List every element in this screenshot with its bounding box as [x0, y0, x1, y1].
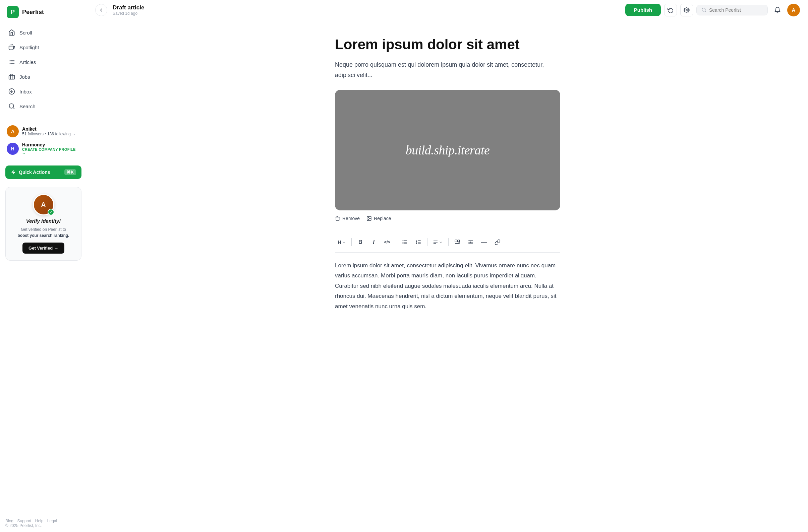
link-icon — [495, 239, 500, 245]
replace-icon — [366, 216, 372, 221]
code-button[interactable]: </> — [381, 236, 393, 248]
footer-support-link[interactable]: Support — [17, 519, 31, 523]
header: Draft article Saved 1d ago Publish A — [87, 0, 808, 20]
company-name: Harmoney — [22, 142, 80, 147]
quick-actions-button[interactable]: Quick Actions ⌘K — [5, 166, 81, 179]
verify-desc: Get verified on Peerlist to boost your s… — [17, 226, 69, 239]
footer-help-link[interactable]: Help — [35, 519, 43, 523]
search-icon — [701, 7, 706, 13]
article-body[interactable]: Lorem ipsum dolor sit amet, consectetur … — [335, 261, 560, 312]
sidebar-footer: Blog Support Help Legal © 2025 Peerlist,… — [0, 515, 87, 532]
svg-point-22 — [403, 240, 403, 241]
toolbar-divider-3 — [427, 238, 427, 246]
sidebar-item-label: Search — [19, 103, 36, 109]
sidebar-item-label: Jobs — [19, 74, 30, 80]
remove-label: Remove — [342, 216, 360, 221]
spotlight-icon — [8, 43, 15, 51]
notification-button[interactable] — [771, 4, 784, 16]
link-button[interactable] — [492, 236, 503, 248]
bullet-list-icon — [402, 239, 408, 245]
toolbar-divider-1 — [351, 238, 352, 246]
svg-line-13 — [13, 108, 14, 109]
replace-label: Replace — [374, 216, 391, 221]
company-item[interactable]: H Harmoney CREATE COMPANY PROFILE → — [5, 140, 81, 157]
company-avatar: H — [7, 143, 19, 155]
get-verified-label: Get Verified → — [29, 246, 58, 251]
remove-image-button[interactable]: Remove — [335, 214, 360, 223]
bell-icon — [774, 7, 781, 13]
replace-image-button[interactable]: Replace — [366, 214, 391, 223]
sidebar-item-label: Scroll — [19, 30, 32, 36]
jobs-icon — [8, 73, 15, 80]
sidebar-item-jobs[interactable]: Jobs — [4, 70, 83, 84]
bold-button[interactable]: B — [354, 236, 366, 248]
verify-title: Verify Identity! — [26, 218, 61, 224]
quick-actions-label: Quick Actions — [19, 170, 50, 175]
hr-button[interactable]: — — [478, 236, 490, 248]
sidebar-nav: Scroll Spotlight Articles Jobs Inbox — [0, 23, 87, 116]
app-name: Peerlist — [22, 9, 44, 16]
logo[interactable]: P Peerlist — [0, 0, 87, 23]
indent-icon — [468, 239, 474, 245]
footer-blog-link[interactable]: Blog — [5, 519, 14, 523]
sidebar-item-label: Inbox — [19, 89, 32, 94]
toolbar-divider-2 — [396, 238, 396, 246]
quote-button[interactable] — [451, 236, 463, 248]
align-chevron-icon — [439, 240, 443, 244]
editor-content: Lorem ipsum dolor sit amet Neque porro q… — [327, 36, 568, 312]
profile-meta: 51 followers • 136 following → — [22, 132, 80, 136]
cover-image-text: build.ship.iterate — [406, 143, 490, 157]
header-actions: Publish A — [625, 4, 800, 16]
sidebar: P Peerlist Scroll Spotlight Articles J — [0, 0, 87, 532]
lightning-icon — [11, 170, 16, 175]
scroll-icon — [8, 29, 15, 36]
editor-toolbar: H B I </> — [335, 232, 560, 253]
search-nav-icon — [8, 102, 15, 110]
sidebar-item-articles[interactable]: Articles — [4, 55, 83, 69]
sidebar-item-scroll[interactable]: Scroll — [4, 25, 83, 40]
italic-button[interactable]: I — [368, 236, 380, 248]
sidebar-item-spotlight[interactable]: Spotlight — [4, 40, 83, 54]
get-verified-button[interactable]: Get Verified → — [22, 243, 65, 253]
header-article-title: Draft article — [113, 4, 620, 11]
article-title[interactable]: Lorem ipsum dolor sit amet — [335, 36, 560, 53]
refresh-button[interactable] — [664, 4, 677, 16]
footer-copyright: © 2025 Peerlist, Inc. — [5, 523, 81, 528]
verify-badge-icon: ✓ — [48, 209, 54, 215]
sidebar-item-inbox[interactable]: Inbox — [4, 84, 83, 98]
inbox-icon — [8, 88, 15, 95]
trash-icon — [335, 216, 340, 221]
svg-point-24 — [403, 243, 403, 244]
publish-button[interactable]: Publish — [625, 4, 661, 16]
svg-point-14 — [686, 9, 687, 11]
logo-icon: P — [7, 6, 19, 18]
numbered-list-button[interactable] — [412, 236, 424, 248]
quote-icon — [454, 239, 460, 245]
indent-button[interactable] — [465, 236, 477, 248]
svg-point-23 — [403, 242, 403, 243]
header-article-meta: Saved 1d ago — [113, 11, 620, 16]
search-input[interactable] — [709, 7, 763, 13]
toolbar-divider-4 — [448, 238, 448, 246]
search-bar[interactable] — [696, 5, 768, 15]
bullet-list-button[interactable] — [399, 236, 411, 248]
align-button[interactable] — [430, 236, 445, 248]
heading-button[interactable]: H — [335, 236, 349, 248]
chevron-down-icon — [342, 240, 346, 244]
settings-button[interactable] — [680, 4, 693, 16]
shortcut-badge: ⌘K — [65, 169, 76, 175]
numbered-list-icon — [416, 239, 421, 245]
sidebar-item-label: Spotlight — [19, 44, 39, 50]
header-article-info: Draft article Saved 1d ago — [113, 4, 620, 16]
refresh-icon — [667, 7, 674, 13]
user-avatar[interactable]: A — [787, 4, 800, 16]
footer-legal-link[interactable]: Legal — [47, 519, 57, 523]
profile-aniket[interactable]: A Aniket 51 followers • 136 following → — [5, 122, 81, 140]
back-button[interactable] — [95, 4, 107, 16]
profiles-section: A Aniket 51 followers • 136 following → … — [0, 119, 87, 162]
back-icon — [98, 7, 104, 13]
company-info: Harmoney CREATE COMPANY PROFILE → — [22, 142, 80, 155]
article-excerpt[interactable]: Neque porro quisquam est qui dolorem ips… — [335, 60, 560, 80]
sidebar-item-search[interactable]: Search — [4, 99, 83, 113]
create-profile-label: CREATE COMPANY PROFILE → — [22, 147, 80, 155]
